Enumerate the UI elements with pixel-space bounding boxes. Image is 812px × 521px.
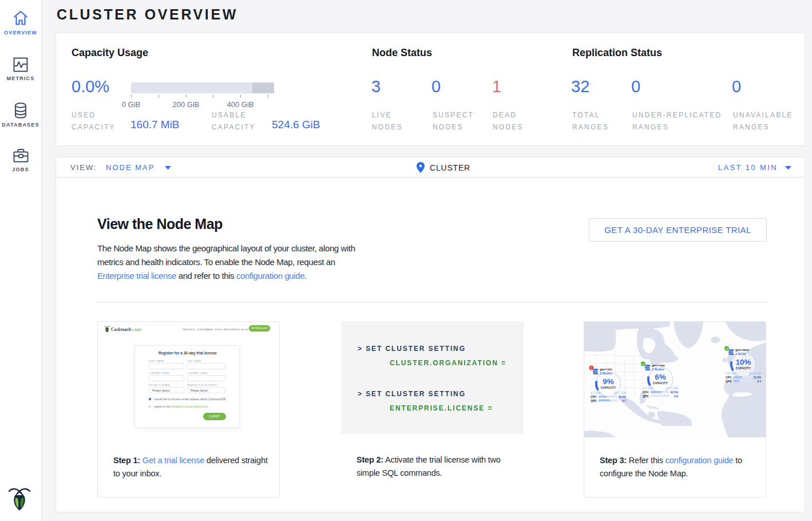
svg-text:0.4: 0.4 [757,380,761,383]
svg-text:34.4 GiB: 34.4 GiB [749,372,762,375]
svg-text:3.6 GiB: 3.6 GiB [726,372,736,375]
svg-text:QPS: QPS [643,395,649,398]
svg-text:geo=sfo: geo=sfo [600,368,612,371]
svg-text:4.7: 4.7 [622,400,626,402]
svg-text:CAPACITY: CAPACITY [653,382,668,385]
svg-text:geo=ams: geo=ams [735,348,749,352]
svg-text:35.1 GiB: 35.1 GiB [614,391,627,394]
svg-text:CAPACITY: CAPACITY [601,386,616,389]
svg-text:10%: 10% [735,358,751,366]
svg-text:42.5%: 42.5% [670,391,678,394]
svg-text:CAPACITY: CAPACITY [736,367,751,370]
svg-text:geo=nyc: geo=nyc [652,364,665,367]
svg-text:2 Nodes: 2 Nodes [652,368,664,371]
svg-text:!: ! [591,366,592,370]
svg-text:13.3%: 13.3% [753,376,761,379]
svg-text:43.7 GiB: 43.7 GiB [666,386,679,390]
svg-text:CPU: CPU [591,396,597,398]
svg-text:QPS: QPS [726,380,732,383]
svg-text:2 Nodes: 2 Nodes [600,372,612,375]
svg-text:QPS: QPS [591,400,597,402]
svg-text:3.2 GiB: 3.2 GiB [591,391,601,394]
svg-text:6%: 6% [655,373,666,381]
svg-text:11.0%: 11.0% [619,396,627,398]
svg-text:CPU: CPU [643,391,649,394]
svg-text:0.0: 0.0 [674,395,678,398]
svg-text:9%: 9% [603,377,614,386]
svg-text:CPU: CPU [726,376,732,379]
svg-text:1 Node: 1 Node [735,352,746,356]
svg-text:3.7 GiB: 3.7 GiB [643,386,653,390]
